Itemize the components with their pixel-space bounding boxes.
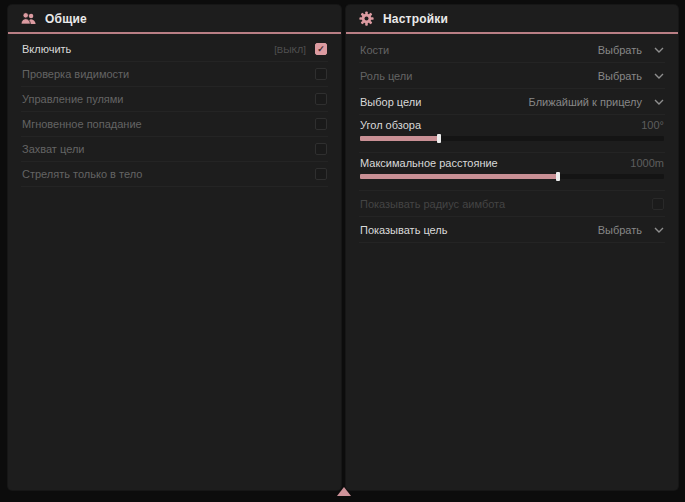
row-fov: Угол обзора 100° — [359, 115, 665, 153]
row-bullet-control-label: Управление пулями — [22, 93, 124, 105]
cursor-triangle-icon — [337, 487, 351, 496]
panel-general-header: Общие — [8, 5, 341, 34]
gear-icon — [359, 11, 374, 26]
show-aimbot-radius-checkbox[interactable]: ✓ — [652, 198, 664, 210]
panel-settings: Настройки Кости Выбрать Роль цели Выбрат… — [346, 5, 678, 490]
target-lock-checkbox[interactable]: ✓ — [315, 143, 327, 155]
max-distance-slider-fill — [360, 174, 558, 179]
bones-dropdown[interactable]: Выбрать — [598, 44, 664, 56]
target-role-dropdown-value: Выбрать — [598, 70, 642, 82]
row-target-selection: Выбор цели Ближайший к прицелу — [359, 89, 665, 115]
row-target-role-label: Роль цели — [360, 70, 412, 82]
chevron-down-icon — [654, 227, 664, 233]
bullet-control-checkbox[interactable]: ✓ — [315, 93, 327, 105]
max-distance-slider-handle[interactable] — [556, 172, 560, 181]
row-instant-hit: Мгновенное попадание ✓ — [21, 112, 328, 137]
bones-dropdown-value: Выбрать — [598, 44, 642, 56]
panel-general: Общие Включить [ВЫКЛ] ✓ Проверка видимос… — [8, 5, 341, 490]
row-max-distance-label: Максимальное расстояние — [360, 157, 498, 169]
row-body-only: Стрелять только в тело ✓ — [21, 162, 328, 187]
show-target-dropdown-value: Выбрать — [598, 224, 642, 236]
row-target-role: Роль цели Выбрать — [359, 63, 665, 89]
target-selection-dropdown[interactable]: Ближайший к прицелу — [529, 96, 664, 108]
visibility-check-checkbox[interactable]: ✓ — [315, 68, 327, 80]
row-target-selection-label: Выбор цели — [360, 96, 421, 108]
row-show-aimbot-radius: Показывать радиус аимбота ✓ — [359, 191, 665, 217]
row-bullet-control: Управление пулями ✓ — [21, 87, 328, 112]
row-body-only-label: Стрелять только в тело — [22, 168, 142, 180]
row-instant-hit-label: Мгновенное попадание — [22, 118, 142, 130]
chevron-down-icon — [654, 73, 664, 79]
row-visibility-check: Проверка видимости ✓ — [21, 62, 328, 87]
panel-title-settings: Настройки — [383, 12, 448, 26]
fov-slider-handle[interactable] — [437, 134, 441, 143]
hotkey-label: [ВЫКЛ] — [274, 44, 306, 55]
target-role-dropdown[interactable]: Выбрать — [598, 70, 664, 82]
fov-value: 100° — [641, 119, 664, 131]
chevron-down-icon — [654, 47, 664, 53]
row-bones: Кости Выбрать — [359, 37, 665, 63]
panel-settings-header: Настройки — [346, 5, 678, 34]
row-show-target-label: Показывать цель — [360, 224, 448, 236]
row-bones-label: Кости — [360, 44, 389, 56]
instant-hit-checkbox[interactable]: ✓ — [315, 118, 327, 130]
target-selection-dropdown-value: Ближайший к прицелу — [529, 96, 642, 108]
row-show-target: Показывать цель Выбрать — [359, 217, 665, 243]
row-visibility-check-label: Проверка видимости — [22, 68, 129, 80]
show-target-dropdown[interactable]: Выбрать — [598, 224, 664, 236]
row-fov-label: Угол обзора — [360, 119, 421, 131]
fov-slider-fill — [360, 136, 439, 141]
row-show-aimbot-radius-label: Показывать радиус аимбота — [360, 198, 505, 210]
panel-settings-body: Кости Выбрать Роль цели Выбрать Выбор це… — [346, 34, 678, 243]
body-only-checkbox[interactable]: ✓ — [315, 168, 327, 180]
row-target-lock-label: Захват цели — [22, 143, 84, 155]
fov-slider[interactable] — [360, 136, 664, 141]
max-distance-value: 1000m — [630, 157, 664, 169]
row-max-distance: Максимальное расстояние 1000m — [359, 153, 665, 191]
chevron-down-icon — [654, 99, 664, 105]
row-enable: Включить [ВЫКЛ] ✓ — [21, 37, 328, 62]
enable-checkbox[interactable]: ✓ — [315, 43, 327, 55]
row-target-lock: Захват цели ✓ — [21, 137, 328, 162]
row-enable-label: Включить — [22, 43, 71, 55]
check-icon: ✓ — [317, 45, 325, 54]
panel-general-body: Включить [ВЫКЛ] ✓ Проверка видимости ✓ У… — [8, 34, 341, 187]
users-icon — [21, 12, 36, 25]
max-distance-slider[interactable] — [360, 174, 664, 179]
panel-title-general: Общие — [45, 12, 87, 26]
